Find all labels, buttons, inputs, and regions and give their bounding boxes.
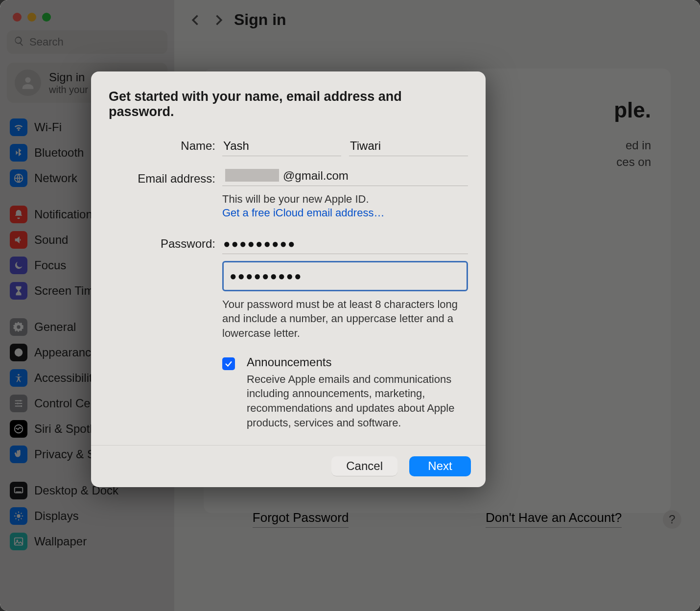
password-label: Password:	[109, 234, 222, 251]
create-apple-id-modal: Get started with your name, email addres…	[91, 71, 486, 487]
modal-footer: Cancel Next	[91, 445, 486, 487]
verify-password-input[interactable]	[222, 261, 468, 291]
last-name-input[interactable]	[349, 136, 468, 156]
name-label: Name:	[109, 136, 222, 153]
first-name-input[interactable]	[222, 136, 341, 156]
email-label: Email address:	[109, 169, 222, 186]
password-hint: Your password must be at least 8 charact…	[222, 297, 468, 341]
settings-window: Sign in with your Wi-FiBluetoothNetworkN…	[0, 0, 700, 611]
get-icloud-email-link[interactable]: Get a free iCloud email address…	[222, 207, 468, 219]
email-local-redacted	[225, 169, 279, 182]
next-button[interactable]: Next	[409, 456, 471, 476]
email-hint: This will be your new Apple ID.	[222, 192, 468, 207]
cancel-button[interactable]: Cancel	[331, 456, 397, 476]
email-input[interactable]: @gmail.com	[222, 169, 468, 186]
announcements-checkbox[interactable]	[222, 357, 235, 370]
announcements-desc: Receive Apple emails and communications …	[247, 372, 457, 430]
email-domain: @gmail.com	[283, 169, 349, 183]
password-input[interactable]	[222, 234, 468, 254]
modal-title: Get started with your name, email addres…	[109, 89, 468, 119]
announcements-title: Announcements	[247, 355, 457, 369]
verify-password-field[interactable]	[229, 266, 462, 286]
